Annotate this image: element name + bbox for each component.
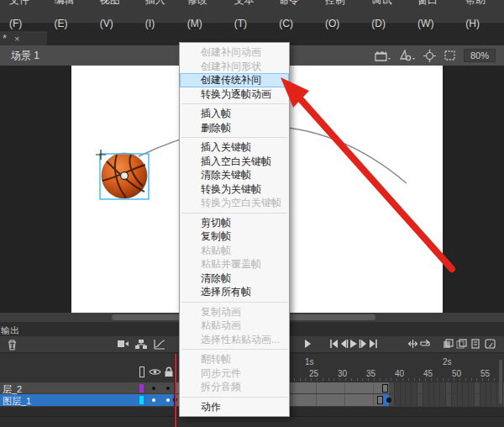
edit-scene-icon[interactable] [375, 50, 391, 61]
keyframe-dot [386, 398, 391, 403]
lock-icon[interactable] [164, 366, 174, 377]
step-forward-icon[interactable] [359, 339, 368, 349]
context-menu-item: 翻转帧 [180, 352, 289, 366]
play-small-icon[interactable] [304, 339, 312, 349]
context-menu-item: 转换为空白关键帧 [180, 196, 289, 210]
ruler-frame-number: 35 [366, 369, 375, 378]
ruler-second-label: 2s [443, 357, 452, 366]
layer-lock-dot[interactable] [166, 387, 170, 390]
playhead[interactable] [175, 354, 176, 427]
transform-point-icon [96, 150, 106, 160]
context-menu-item: 粘贴动画 [180, 319, 289, 333]
menu-separator [181, 103, 287, 104]
menu-item[interactable]: 文件(F) [2, 0, 47, 35]
outline-column-icon[interactable] [139, 366, 144, 377]
ruler-frame-number: 40 [395, 369, 404, 378]
loop-playback-icon[interactable] [419, 339, 431, 349]
layer-lock-dot[interactable] [166, 398, 170, 402]
end-frame-marker [377, 396, 383, 404]
menu-item[interactable]: 视图(V) [92, 0, 138, 35]
menu-item[interactable]: 窗口(W) [410, 0, 458, 35]
menu-bar: 文件(F)编辑(E)视图(V)插入(I)修改(M)文本(T)命令(C)控制(O)… [0, 0, 504, 24]
play-icon[interactable] [349, 339, 358, 349]
context-menu-item: 同步元件 [180, 366, 289, 381]
context-menu-item[interactable]: 转换为关键帧 [180, 182, 289, 197]
menu-item[interactable]: 命令(C) [271, 0, 318, 35]
empty-frames[interactable] [389, 394, 504, 406]
center-playhead-icon[interactable] [407, 339, 418, 349]
context-menu-item: 复制动画 [180, 305, 289, 319]
end-frame-marker [382, 384, 388, 393]
context-menu-item[interactable]: 剪切帧 [180, 216, 289, 230]
edit-symbols-icon[interactable] [399, 50, 416, 61]
center-frame-icon[interactable] [423, 50, 436, 62]
timeline-status-bar [0, 416, 504, 427]
context-menu-item: 创建补间动画 [180, 45, 289, 60]
graph-editor-icon[interactable] [154, 339, 165, 350]
layer-visibility-dot[interactable] [152, 398, 155, 402]
ruler-frame-number: 45 [423, 369, 433, 378]
menu-item[interactable]: 调试(D) [364, 0, 410, 35]
menu-item[interactable]: 控制(O) [318, 0, 364, 35]
step-back-icon[interactable] [339, 339, 349, 349]
go-to-last-frame-icon[interactable] [369, 339, 378, 349]
parenting-view-icon[interactable] [135, 339, 147, 350]
menu-separator [181, 397, 287, 398]
menu-item[interactable]: 文本(T) [227, 0, 272, 35]
scene-name: 场景 1 [11, 49, 39, 63]
clip-content-icon[interactable] [444, 50, 456, 61]
menu-item[interactable]: 插入(I) [138, 0, 180, 35]
onion-skin-outline-icon[interactable] [456, 339, 467, 349]
go-to-first-frame-icon[interactable] [329, 339, 339, 349]
context-menu-item[interactable]: 插入帧 [180, 107, 289, 121]
context-menu-item[interactable]: 选择所有帧 [180, 285, 289, 299]
ruler-frame-number: 30 [338, 369, 347, 378]
layer-outline-swatch[interactable] [139, 384, 144, 393]
layer-visibility-dot[interactable] [152, 387, 155, 390]
context-menu-item[interactable]: 转换为逐帧动画 [180, 87, 289, 102]
delete-layer-icon[interactable] [7, 339, 18, 351]
context-menu-item: 粘贴帧 [180, 244, 289, 258]
context-menu-item[interactable]: 创建传统补间 [180, 73, 289, 87]
context-menu-item[interactable]: 插入空白关键帧 [180, 155, 289, 169]
menu-item[interactable]: 修改(M) [180, 0, 227, 35]
context-menu-item[interactable]: 清除帧 [180, 271, 289, 286]
empty-frames[interactable] [389, 382, 504, 393]
menu-separator [181, 302, 287, 303]
context-menu-item[interactable]: 动作 [180, 400, 289, 414]
menu-separator [181, 137, 287, 138]
context-menu-item[interactable]: 插入关键帧 [180, 140, 289, 155]
menu-item[interactable]: 编辑(E) [47, 0, 92, 35]
camera-icon[interactable] [117, 339, 129, 349]
context-menu-item: 创建补间形状 [180, 60, 289, 74]
layer-outline-swatch[interactable] [139, 396, 144, 404]
ruler-frame-number: 55 [480, 369, 490, 378]
context-menu-item[interactable]: 清除关键帧 [180, 168, 289, 182]
output-panel-tab[interactable]: 输出 [1, 324, 19, 337]
layer-name[interactable]: 图层_1 [3, 395, 31, 408]
ruler-frame-number: 50 [452, 369, 461, 378]
timeline-vertical-scrollbar[interactable] [499, 360, 502, 403]
registration-point-icon [121, 172, 129, 180]
context-menu-item[interactable]: 删除帧 [180, 121, 289, 135]
context-menu-item[interactable]: 复制帧 [180, 229, 289, 244]
ruler-frame-number: 25 [309, 369, 318, 378]
menu-separator [181, 349, 287, 350]
context-menu: 创建补间动画创建补间形状创建传统补间转换为逐帧动画插入帧删除帧插入关键帧插入空白… [179, 42, 290, 417]
edit-multiple-frames-icon[interactable] [470, 339, 480, 349]
application-window: 文件(F)编辑(E)视图(V)插入(I)修改(M)文本(T)命令(C)控制(O)… [0, 0, 504, 427]
onion-skin-icon[interactable] [443, 339, 454, 349]
context-menu-item: 选择性粘贴动画... [180, 333, 289, 347]
menu-separator [181, 213, 287, 214]
edit-bar-controls: 80% [375, 49, 496, 62]
context-menu-item: 拆分音频 [180, 380, 289, 394]
modify-markers-icon[interactable] [485, 339, 496, 349]
ruler-second-label: 1s [305, 357, 314, 366]
menu-item[interactable]: 帮助(H) [458, 0, 504, 35]
zoom-level[interactable]: 80% [464, 49, 496, 62]
context-menu-item: 粘贴并覆盖帧 [180, 257, 289, 271]
eye-icon[interactable] [149, 366, 161, 377]
